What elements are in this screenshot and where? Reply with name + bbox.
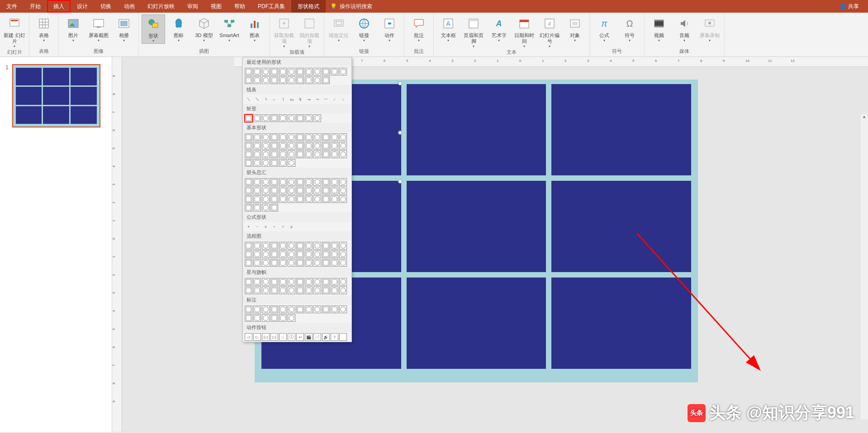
tell-me-search[interactable]: 💡 操作说明搜索 bbox=[330, 3, 372, 10]
shape-option[interactable] bbox=[339, 287, 347, 294]
shape-option[interactable] bbox=[331, 306, 338, 313]
resize-handle-se[interactable] bbox=[398, 179, 402, 184]
shape-option[interactable] bbox=[262, 195, 270, 203]
shape-option[interactable] bbox=[322, 306, 330, 313]
shape-option[interactable] bbox=[288, 259, 295, 267]
shape-option[interactable]: |◁ bbox=[262, 333, 270, 341]
shape-option[interactable] bbox=[253, 278, 261, 286]
shape-rectangle[interactable] bbox=[551, 84, 691, 175]
shape-option[interactable] bbox=[270, 250, 278, 258]
shape-option[interactable]: 🔊 bbox=[322, 333, 330, 341]
shape-option[interactable] bbox=[279, 259, 287, 267]
shape-option[interactable] bbox=[262, 204, 270, 212]
shape-option[interactable] bbox=[313, 68, 321, 75]
shape-option[interactable] bbox=[253, 68, 261, 75]
shape-option[interactable] bbox=[270, 287, 278, 294]
shape-option[interactable] bbox=[262, 259, 270, 267]
shape-option[interactable] bbox=[279, 306, 287, 313]
shape-option[interactable] bbox=[339, 187, 347, 194]
shape-option[interactable] bbox=[305, 151, 313, 158]
ribbon-new-slide-button[interactable]: 新建 幻灯片 bbox=[3, 14, 26, 49]
shape-option[interactable] bbox=[253, 314, 261, 322]
ribbon-video-button[interactable]: 视频 bbox=[647, 14, 671, 43]
shape-option[interactable] bbox=[305, 306, 313, 313]
shape-option[interactable] bbox=[288, 133, 295, 141]
shape-option[interactable]: ↝ bbox=[305, 95, 313, 103]
shape-option[interactable]: ÷ bbox=[270, 223, 278, 231]
shape-option[interactable] bbox=[279, 278, 287, 286]
shape-option[interactable] bbox=[313, 142, 321, 150]
shape-rectangle[interactable] bbox=[551, 181, 691, 272]
shape-option[interactable] bbox=[288, 151, 295, 158]
shape-option[interactable] bbox=[279, 142, 287, 150]
shape-option[interactable] bbox=[262, 287, 270, 294]
ribbon-wordart-button[interactable]: A艺术字 bbox=[487, 14, 511, 43]
tab-slideshow[interactable]: 幻灯片放映 bbox=[141, 0, 181, 13]
shape-option[interactable] bbox=[288, 142, 295, 150]
resize-handle-e[interactable] bbox=[398, 131, 402, 135]
shape-option[interactable] bbox=[305, 278, 313, 286]
shape-option[interactable] bbox=[253, 133, 261, 141]
shape-option[interactable] bbox=[270, 178, 278, 186]
shape-option[interactable] bbox=[262, 114, 270, 122]
shape-option[interactable]: ≠ bbox=[288, 223, 295, 231]
ribbon-shapes-button[interactable]: 形状 bbox=[142, 14, 165, 44]
shape-option[interactable] bbox=[270, 151, 278, 158]
ribbon-symbol-button[interactable]: Ω符号 bbox=[618, 14, 641, 43]
shape-option[interactable] bbox=[331, 187, 338, 194]
share-button[interactable]: 👤 共享 bbox=[840, 3, 859, 10]
shape-option[interactable] bbox=[279, 76, 287, 84]
shape-option[interactable] bbox=[339, 195, 347, 203]
shape-option[interactable] bbox=[270, 159, 278, 167]
shape-option[interactable] bbox=[305, 68, 313, 75]
shape-option[interactable]: ↯ bbox=[296, 95, 304, 103]
shape-option[interactable] bbox=[322, 287, 330, 294]
shape-option[interactable] bbox=[296, 259, 304, 267]
tab-shape-format[interactable]: 形状格式 bbox=[291, 0, 326, 13]
shape-option[interactable] bbox=[245, 259, 252, 267]
shape-option[interactable]: ＼ bbox=[253, 95, 261, 103]
shape-option[interactable] bbox=[262, 250, 270, 258]
shape-option[interactable] bbox=[288, 178, 295, 186]
shape-option[interactable] bbox=[322, 142, 330, 150]
shape-option[interactable]: └ bbox=[262, 95, 270, 103]
shape-option[interactable] bbox=[288, 242, 295, 249]
shape-option[interactable] bbox=[270, 306, 278, 313]
shape-option[interactable] bbox=[253, 178, 261, 186]
shape-option[interactable] bbox=[339, 178, 347, 186]
shape-option[interactable] bbox=[279, 242, 287, 249]
shape-option[interactable] bbox=[245, 187, 252, 194]
ribbon-icons-button[interactable]: 图标 bbox=[167, 14, 190, 43]
shape-option[interactable] bbox=[245, 242, 252, 249]
shape-option[interactable] bbox=[262, 187, 270, 194]
shape-option[interactable] bbox=[262, 159, 270, 167]
shape-option[interactable] bbox=[322, 195, 330, 203]
shape-option[interactable] bbox=[270, 142, 278, 150]
shape-option[interactable] bbox=[245, 278, 252, 286]
shape-option[interactable] bbox=[305, 259, 313, 267]
shape-option[interactable] bbox=[279, 151, 287, 158]
shape-option[interactable] bbox=[331, 195, 338, 203]
shape-option[interactable] bbox=[322, 76, 330, 84]
tab-review[interactable]: 审阅 bbox=[181, 0, 204, 13]
shape-option[interactable] bbox=[262, 142, 270, 150]
shape-option[interactable] bbox=[305, 114, 313, 122]
tab-design[interactable]: 设计 bbox=[71, 0, 94, 13]
shape-option[interactable] bbox=[270, 278, 278, 286]
shape-option[interactable]: ＋ bbox=[245, 223, 252, 231]
shape-option[interactable]: ⓘ bbox=[288, 333, 295, 341]
ribbon-album-button[interactable]: 相册 bbox=[112, 14, 136, 43]
ribbon-table-button[interactable]: 表格 bbox=[32, 14, 56, 43]
shape-option[interactable] bbox=[331, 151, 338, 158]
shape-option[interactable] bbox=[296, 133, 304, 141]
shape-option[interactable] bbox=[270, 195, 278, 203]
shape-option[interactable] bbox=[313, 287, 321, 294]
ribbon-link-button[interactable]: 链接 bbox=[352, 14, 376, 43]
shape-option[interactable] bbox=[296, 114, 304, 122]
ribbon-3d-button[interactable]: 3D 模型 bbox=[192, 14, 216, 43]
shape-option[interactable] bbox=[296, 76, 304, 84]
shape-option[interactable] bbox=[296, 151, 304, 158]
shape-option[interactable] bbox=[288, 278, 295, 286]
shape-option[interactable] bbox=[339, 250, 347, 258]
shape-option[interactable] bbox=[288, 159, 295, 167]
